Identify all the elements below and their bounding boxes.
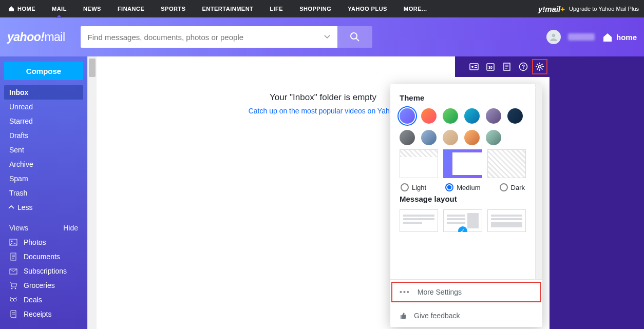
theme-swatch-1[interactable] bbox=[421, 108, 437, 124]
density-medium[interactable]: Medium bbox=[445, 183, 480, 191]
svg-point-2 bbox=[552, 34, 555, 37]
help-icon[interactable]: ? bbox=[518, 61, 529, 72]
folder-inbox[interactable]: Inbox bbox=[4, 85, 83, 100]
more-icon: ••• bbox=[400, 288, 410, 296]
folder-sent[interactable]: Sent bbox=[4, 143, 83, 157]
search-bar bbox=[81, 26, 372, 48]
search-input[interactable] bbox=[81, 26, 317, 48]
settings-gear-icon[interactable] bbox=[534, 61, 545, 72]
svg-point-17 bbox=[471, 66, 473, 68]
upgrade-link[interactable]: Upgrade to Yahoo Mail Plus bbox=[569, 6, 639, 12]
svg-line-1 bbox=[356, 38, 359, 41]
hide-views[interactable]: Hide bbox=[63, 224, 78, 232]
doc-icon bbox=[9, 253, 17, 261]
nav-more[interactable]: MORE... bbox=[395, 0, 435, 17]
theme-swatch-10[interactable] bbox=[486, 130, 501, 145]
home-link[interactable]: home bbox=[602, 31, 637, 43]
svg-point-28 bbox=[539, 66, 541, 68]
svg-line-34 bbox=[541, 68, 542, 69]
view-deals[interactable]: Deals bbox=[4, 293, 83, 307]
theme-swatch-0[interactable] bbox=[400, 108, 415, 124]
theme-swatch-9[interactable] bbox=[464, 130, 480, 145]
sidebar-scrollbar[interactable] bbox=[87, 56, 97, 329]
avatar[interactable] bbox=[546, 30, 561, 44]
right-ad-column bbox=[550, 56, 644, 329]
layout-option-list[interactable]: ✓ bbox=[400, 209, 438, 232]
theme-swatch-2[interactable] bbox=[443, 108, 458, 124]
search-button[interactable] bbox=[337, 26, 372, 48]
theme-swatch-3[interactable] bbox=[464, 108, 480, 124]
density-light[interactable]: Light bbox=[401, 183, 426, 191]
folder-spam[interactable]: Spam bbox=[4, 171, 83, 186]
radio-icon bbox=[401, 183, 409, 191]
receipt-icon bbox=[9, 310, 17, 318]
svg-point-10 bbox=[11, 288, 13, 289]
density-preview-dark[interactable] bbox=[487, 149, 526, 178]
density-preview-light[interactable] bbox=[400, 149, 438, 178]
view-subscriptions[interactable]: Subscriptions bbox=[4, 264, 83, 278]
density-radios: LightMediumDark bbox=[400, 183, 526, 195]
sub-icon bbox=[9, 267, 17, 275]
nav-mail[interactable]: MAIL bbox=[44, 0, 75, 17]
svg-point-11 bbox=[15, 288, 16, 289]
theme-swatch-8[interactable] bbox=[443, 130, 458, 145]
density-dark[interactable]: Dark bbox=[500, 183, 525, 191]
folder-unread[interactable]: Unread bbox=[4, 100, 83, 114]
give-feedback-button[interactable]: Give feedback bbox=[390, 304, 542, 327]
search-dropdown-toggle[interactable] bbox=[317, 26, 337, 48]
nav-life[interactable]: LIFE bbox=[261, 0, 291, 17]
left-sidebar: Compose InboxUnreadStarredDraftsSentArch… bbox=[0, 56, 87, 329]
density-preview-medium[interactable] bbox=[443, 149, 482, 178]
view-receipts[interactable]: Receipts bbox=[4, 307, 83, 321]
nav-home[interactable]: HOME bbox=[0, 0, 44, 17]
ymail-plus-logo: y!mail+ bbox=[538, 5, 565, 13]
layout-option-right[interactable]: ✓ bbox=[443, 209, 482, 232]
theme-swatches bbox=[400, 108, 526, 145]
svg-text:30: 30 bbox=[488, 66, 493, 69]
global-nav: HOMEMAILNEWSFINANCESPORTSENTERTAINMENTLI… bbox=[0, 0, 644, 17]
layout-heading: Message layout bbox=[400, 195, 526, 203]
contacts-icon[interactable] bbox=[468, 61, 480, 72]
calendar-icon[interactable]: 30 bbox=[485, 61, 496, 72]
message-list-area: 30 ? Your "Inbox" folder is empty Catch … bbox=[97, 56, 550, 329]
svg-text:?: ? bbox=[522, 64, 525, 70]
theme-swatch-5[interactable] bbox=[507, 108, 523, 124]
theme-swatch-7[interactable] bbox=[421, 130, 437, 145]
nav-sports[interactable]: SPORTS bbox=[153, 0, 194, 17]
folder-trash[interactable]: Trash bbox=[4, 186, 83, 200]
notepad-icon[interactable] bbox=[501, 61, 513, 72]
panel-scrollbar[interactable] bbox=[535, 84, 542, 279]
nav-shopping[interactable]: SHOPPING bbox=[291, 0, 339, 17]
radio-icon bbox=[500, 183, 508, 191]
theme-heading: Theme bbox=[400, 93, 526, 102]
view-groceries[interactable]: Groceries bbox=[4, 278, 83, 293]
folder-drafts[interactable]: Drafts bbox=[4, 128, 83, 143]
nav-yahooplus[interactable]: YAHOO PLUS bbox=[339, 0, 395, 17]
view-documents[interactable]: Documents bbox=[4, 249, 83, 264]
view-photos[interactable]: Photos bbox=[4, 235, 83, 249]
layout-option-bottom[interactable]: ✓ bbox=[487, 209, 526, 232]
compose-button[interactable]: Compose bbox=[4, 62, 83, 80]
cart-icon bbox=[9, 281, 17, 289]
empty-folder-link[interactable]: Catch up on the most popular videos on Y… bbox=[249, 107, 398, 115]
nav-finance[interactable]: FINANCE bbox=[109, 0, 153, 17]
svg-point-4 bbox=[11, 241, 13, 242]
photo-icon bbox=[9, 238, 17, 246]
home-icon bbox=[8, 6, 14, 12]
home-icon bbox=[602, 31, 613, 43]
svg-rect-19 bbox=[475, 67, 477, 68]
nav-entertainment[interactable]: ENTERTAINMENT bbox=[194, 0, 262, 17]
nav-news[interactable]: NEWS bbox=[75, 0, 109, 17]
svg-point-12 bbox=[10, 298, 13, 301]
folder-starred[interactable]: Starred bbox=[4, 114, 83, 128]
empty-folder-title: Your "Inbox" folder is empty bbox=[270, 92, 376, 103]
theme-swatch-4[interactable] bbox=[486, 108, 501, 124]
svg-line-36 bbox=[537, 68, 538, 69]
person-icon bbox=[549, 32, 558, 42]
collapse-less[interactable]: Less bbox=[4, 200, 83, 215]
settings-panel: Theme LightMediumDark Message layout ✓ ✓… bbox=[390, 84, 542, 327]
folder-archive[interactable]: Archive bbox=[4, 157, 83, 171]
username-redacted bbox=[568, 33, 595, 41]
more-settings-button[interactable]: ••• More Settings bbox=[390, 281, 542, 303]
theme-swatch-6[interactable] bbox=[400, 130, 415, 145]
